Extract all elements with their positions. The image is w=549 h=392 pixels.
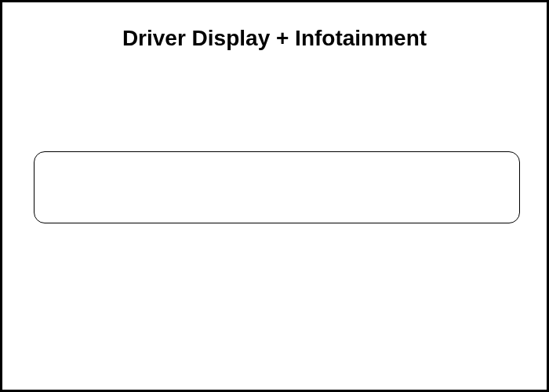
display-panel: [34, 151, 520, 223]
diagram-frame: Driver Display + Infotainment: [0, 0, 549, 392]
diagram-title: Driver Display + Infotainment: [2, 26, 547, 51]
